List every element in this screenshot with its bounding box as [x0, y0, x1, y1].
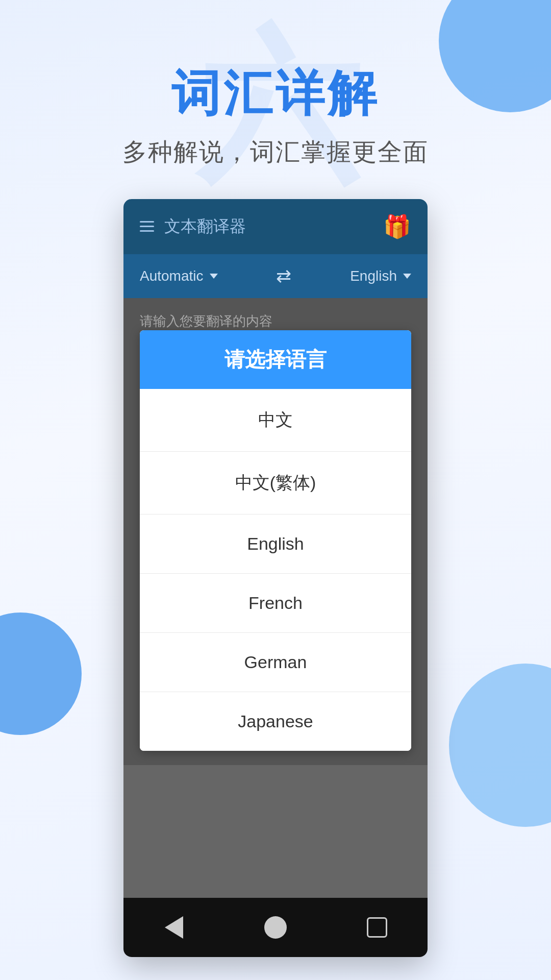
- language-option-3[interactable]: French: [140, 574, 411, 633]
- language-option-2[interactable]: English: [140, 514, 411, 574]
- target-lang-label: English: [350, 268, 397, 284]
- gray-background-area: [123, 765, 428, 898]
- hero-title: 词汇详解: [0, 66, 551, 120]
- nav-back-icon: [165, 916, 183, 939]
- language-option-0[interactable]: 中文: [140, 389, 411, 452]
- app-frame: 文本翻译器 🎁 Automatic ⇄ English 请输入您要翻译的内容 请…: [123, 199, 428, 957]
- nav-home-button[interactable]: [255, 912, 296, 943]
- swap-languages-button[interactable]: ⇄: [276, 265, 291, 287]
- language-option-1[interactable]: 中文(繁体): [140, 452, 411, 514]
- language-option-5[interactable]: Japanese: [140, 692, 411, 751]
- source-lang-selector[interactable]: Automatic: [140, 268, 218, 284]
- hero-subtitle: 多种解说，词汇掌握更全面: [0, 136, 551, 168]
- bg-circle-bottom-left: [0, 612, 82, 735]
- hero-section: 词汇详解 多种解说，词汇掌握更全面: [0, 0, 551, 199]
- bg-circle-bottom-right: [449, 664, 551, 827]
- bottom-nav-bar: [123, 898, 428, 957]
- dialog-header: 请选择语言: [140, 330, 411, 389]
- app-title: 文本翻译器: [164, 215, 246, 238]
- lang-selector-bar: Automatic ⇄ English: [123, 254, 428, 298]
- nav-back-button[interactable]: [154, 912, 194, 943]
- nav-recent-button[interactable]: [357, 912, 397, 943]
- target-lang-selector[interactable]: English: [350, 268, 411, 284]
- language-option-4[interactable]: German: [140, 633, 411, 692]
- hamburger-menu-button[interactable]: [140, 221, 154, 232]
- nav-recent-icon: [367, 917, 387, 938]
- source-lang-dropdown-arrow: [210, 274, 218, 279]
- input-placeholder: 请输入您要翻译的内容: [140, 313, 272, 329]
- topbar-left: 文本翻译器: [140, 215, 246, 238]
- nav-home-icon: [264, 916, 287, 939]
- dialog-language-list: 中文中文(繁体)EnglishFrenchGermanJapanese: [140, 389, 411, 751]
- gift-icon[interactable]: 🎁: [383, 213, 411, 240]
- app-topbar: 文本翻译器 🎁: [123, 199, 428, 254]
- language-selection-dialog: 请选择语言 中文中文(繁体)EnglishFrenchGermanJapanes…: [140, 330, 411, 751]
- dialog-title: 请选择语言: [224, 348, 327, 371]
- source-lang-label: Automatic: [140, 268, 204, 284]
- target-lang-dropdown-arrow: [403, 274, 411, 279]
- translate-input-area[interactable]: 请输入您要翻译的内容 请选择语言 中文中文(繁体)EnglishFrenchGe…: [123, 298, 428, 765]
